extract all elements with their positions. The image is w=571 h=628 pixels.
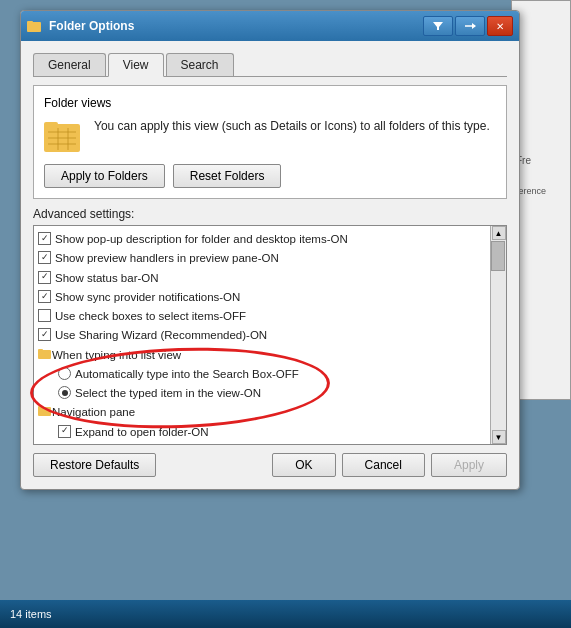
list-item: Automatically type into the Search Box-O… [58,365,486,384]
tab-general[interactable]: General [33,53,106,76]
title-bar-left: Folder Options [27,18,134,34]
title-bar-controls: ✕ [423,16,513,36]
title-bar: Folder Options ✕ [21,11,519,41]
tab-view[interactable]: View [108,53,164,77]
folder-views-section: Folder views You can apply this view (su… [33,85,507,199]
scrollbar[interactable]: ▲ ▼ [490,226,506,444]
taskbar-text: 14 items [4,606,58,622]
list-item: Expand to open folder-ON [58,423,486,442]
checkbox-preview-handlers[interactable] [38,251,51,264]
list-item: Use check boxes to select items-OFF [38,307,486,326]
setting-label-nav-pane: Navigation pane [52,404,135,421]
apply-to-folders-button[interactable]: Apply to Folders [44,164,165,188]
restore-defaults-button[interactable]: Restore Defaults [33,453,156,477]
setting-label-select-typed: Select the typed item in the view-ON [75,385,261,402]
reset-folders-button[interactable]: Reset Folders [173,164,282,188]
radio-search-box[interactable] [58,367,71,380]
list-item: Show pop-up description for folder and d… [38,230,486,249]
title-folder-icon [27,18,43,34]
setting-label-expand-folder: Expand to open folder-ON [75,424,209,441]
filter-icon [431,21,445,31]
scrollbar-down-arrow[interactable]: ▼ [492,430,506,444]
tab-search-label: Search [181,58,219,72]
list-item: Show preview handlers in preview pane-ON [38,249,486,268]
close-button[interactable]: ✕ [487,16,513,36]
setting-label-sharing-wizard: Use Sharing Wizard (Recommended)-ON [55,327,267,344]
folder-views-buttons: Apply to Folders Reset Folders [44,164,496,188]
apply-button[interactable]: Apply [431,453,507,477]
title-special-btn2[interactable] [455,16,485,36]
list-item: Show status bar-ON [38,269,486,288]
svg-marker-4 [472,23,476,29]
tab-view-label: View [123,58,149,72]
checkbox-sync-provider[interactable] [38,290,51,303]
close-icon: ✕ [496,21,504,32]
folder-group-icon-nav [38,404,52,416]
advanced-settings-list-container: Show pop-up description for folder and d… [33,225,507,445]
setting-label-popup-desc: Show pop-up description for folder and d… [55,231,348,248]
setting-label-status-bar: Show status bar-ON [55,270,159,287]
checkbox-popup-desc[interactable] [38,232,51,245]
list-item: When typing into list view [38,346,486,365]
list-item: Show all folders-OFF [58,442,486,444]
advanced-settings-label: Advanced settings: [33,207,507,221]
list-item: Select the typed item in the view-ON [58,384,486,403]
settings-list: Show pop-up description for folder and d… [34,226,490,444]
list-item: Use Sharing Wizard (Recommended)-ON [38,326,486,345]
list-item: Navigation pane [38,403,486,422]
scrollbar-up-arrow[interactable]: ▲ [492,226,506,240]
checkbox-expand-folder[interactable] [58,425,71,438]
dialog-content: General View Search Folder views [21,41,519,489]
svg-rect-6 [44,122,58,127]
background-content: Fre ference [512,1,570,200]
background-window: Fre ference [511,0,571,400]
tab-general-label: General [48,58,91,72]
folder-views-description: You can apply this view (such as Details… [94,118,496,135]
setting-label-typing: When typing into list view [52,347,181,364]
tabs-container: General View Search [33,49,507,77]
taskbar: 14 items [0,600,571,628]
svg-rect-13 [38,349,43,352]
setting-label-sync-provider: Show sync provider notifications-ON [55,289,240,306]
checkbox-check-boxes[interactable] [38,309,51,322]
radio-select-typed[interactable] [58,386,71,399]
setting-label-search-box: Automatically type into the Search Box-O… [75,366,299,383]
folder-group-icon-typing [38,347,52,359]
svg-marker-2 [433,22,443,30]
bottom-buttons: Restore Defaults OK Cancel Apply [33,453,507,477]
checkbox-status-bar[interactable] [38,271,51,284]
folder-options-dialog: Folder Options ✕ Ge [20,10,520,490]
svg-rect-1 [27,21,33,24]
dialog-title: Folder Options [49,19,134,33]
folder-views-title: Folder views [44,96,496,110]
folder-icon [44,118,84,154]
setting-label-show-all-folders: Show all folders-OFF [75,443,183,444]
cancel-button[interactable]: Cancel [342,453,425,477]
svg-rect-15 [38,406,43,409]
scrollbar-thumb[interactable] [491,241,505,271]
folder-views-row: You can apply this view (such as Details… [44,118,496,154]
checkbox-sharing-wizard[interactable] [38,328,51,341]
ok-button[interactable]: OK [272,453,335,477]
tab-search[interactable]: Search [166,53,234,76]
list-item: Show sync provider notifications-ON [38,288,486,307]
ok-cancel-buttons: OK Cancel Apply [272,453,507,477]
arrow-icon [463,21,477,31]
title-special-btn1[interactable] [423,16,453,36]
setting-label-preview-handlers: Show preview handlers in preview pane-ON [55,250,279,267]
setting-label-check-boxes: Use check boxes to select items-OFF [55,308,246,325]
